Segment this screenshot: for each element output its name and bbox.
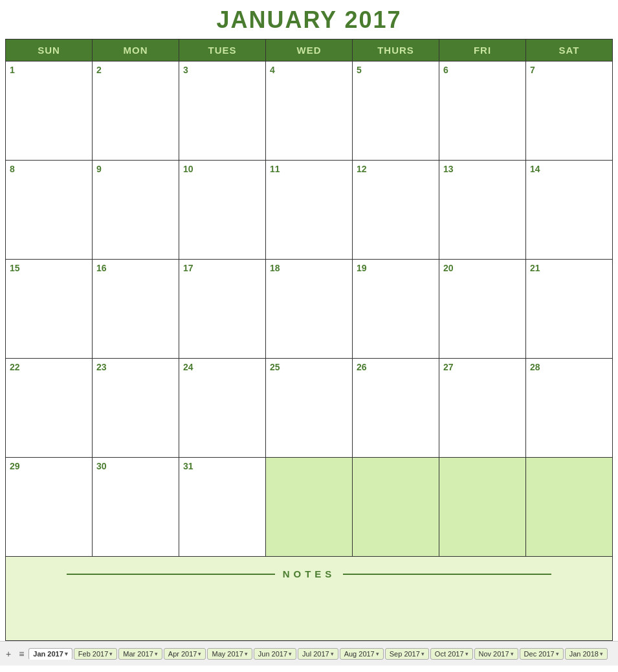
tab-label: Jun 2017 <box>258 650 287 658</box>
day-cell[interactable]: 24 <box>179 359 266 458</box>
tab-jan-2017[interactable]: Jan 2017▾ <box>28 648 72 660</box>
tab-dropdown-arrow[interactable]: ▾ <box>65 651 68 657</box>
day-cell[interactable]: 29 <box>6 458 93 557</box>
tab-jan-2018[interactable]: Jan 2018▾ <box>565 648 608 660</box>
notes-label: NOTES <box>283 568 336 579</box>
day-cell[interactable]: 5 <box>353 62 439 161</box>
calendar-grid: SUNMONTUESWEDTHURSFRISAT 123456789101112… <box>5 39 613 641</box>
day-number: 23 <box>96 362 175 372</box>
tab-dropdown-arrow[interactable]: ▾ <box>289 651 292 657</box>
day-cell[interactable]: 8 <box>6 161 93 260</box>
day-number: 3 <box>183 65 261 75</box>
notes-line-left <box>67 574 275 575</box>
tab-dropdown-arrow[interactable]: ▾ <box>155 651 158 657</box>
add-tab-button[interactable]: + <box>3 647 14 660</box>
day-number: 31 <box>183 461 261 471</box>
tab-dropdown-arrow[interactable]: ▾ <box>331 651 334 657</box>
tab-label: Oct 2017 <box>435 650 464 658</box>
day-number: 18 <box>270 263 348 273</box>
tab-mar-2017[interactable]: Mar 2017▾ <box>118 648 162 660</box>
day-number: 1 <box>10 65 88 75</box>
day-cell[interactable]: 19 <box>353 260 439 359</box>
tab-dropdown-arrow[interactable]: ▾ <box>109 651 113 657</box>
day-cell[interactable]: 10 <box>179 161 266 260</box>
tab-nov-2017[interactable]: Nov 2017▾ <box>474 648 518 660</box>
day-cell[interactable]: 25 <box>266 359 353 458</box>
day-number: 29 <box>10 461 88 471</box>
day-cell[interactable]: 9 <box>93 161 179 260</box>
tab-apr-2017[interactable]: Apr 2017▾ <box>164 648 206 660</box>
week-row-5: 293031 <box>6 458 613 557</box>
tab-jul-2017[interactable]: Jul 2017▾ <box>298 648 338 660</box>
day-cell[interactable] <box>266 458 353 557</box>
day-number: 11 <box>270 164 348 174</box>
day-cell[interactable]: 4 <box>266 62 353 161</box>
tab-jun-2017[interactable]: Jun 2017▾ <box>254 648 296 660</box>
day-cell[interactable]: 28 <box>526 359 613 458</box>
day-number: 4 <box>270 65 348 75</box>
tab-menu-button[interactable]: ≡ <box>16 647 27 660</box>
day-cell[interactable]: 18 <box>266 260 353 359</box>
day-cell[interactable]: 27 <box>439 359 526 458</box>
day-cell[interactable]: 21 <box>526 260 613 359</box>
day-cell[interactable]: 31 <box>179 458 266 557</box>
day-cell[interactable]: 14 <box>526 161 613 260</box>
tab-dropdown-arrow[interactable]: ▾ <box>511 651 514 657</box>
tab-dropdown-arrow[interactable]: ▾ <box>556 651 559 657</box>
day-cell[interactable]: 26 <box>353 359 439 458</box>
tab-label: Nov 2017 <box>479 650 509 658</box>
day-number: 21 <box>530 263 608 273</box>
tab-label: Jan 2017 <box>33 650 63 658</box>
day-number: 30 <box>96 461 175 471</box>
day-cell[interactable] <box>526 458 613 557</box>
tab-label: Mar 2017 <box>123 650 153 658</box>
day-cell[interactable]: 6 <box>439 62 526 161</box>
tab-dropdown-arrow[interactable]: ▾ <box>465 651 469 657</box>
day-cell[interactable]: 7 <box>526 62 613 161</box>
tab-label: Dec 2017 <box>524 650 555 658</box>
tab-dropdown-arrow[interactable]: ▾ <box>376 651 379 657</box>
day-cell[interactable]: 15 <box>6 260 93 359</box>
tab-aug-2017[interactable]: Aug 2017▾ <box>340 648 384 660</box>
tab-may-2017[interactable]: May 2017▾ <box>207 648 252 660</box>
day-cell[interactable] <box>353 458 439 557</box>
calendar-container: JANUARY 2017 SUNMONTUESWEDTHURSFRISAT 12… <box>0 0 618 641</box>
day-number: 12 <box>357 164 435 174</box>
tab-dropdown-arrow[interactable]: ▾ <box>198 651 201 657</box>
day-cell[interactable]: 3 <box>179 62 266 161</box>
notes-section: NOTES <box>6 557 613 641</box>
day-number: 13 <box>443 164 522 174</box>
day-header-sun: SUN <box>6 39 93 62</box>
tab-sep-2017[interactable]: Sep 2017▾ <box>385 648 429 660</box>
day-cell[interactable]: 16 <box>93 260 179 359</box>
tab-dropdown-arrow[interactable]: ▾ <box>245 651 248 657</box>
day-headers: SUNMONTUESWEDTHURSFRISAT <box>6 39 613 62</box>
day-cell[interactable]: 2 <box>93 62 179 161</box>
day-number: 25 <box>270 362 348 372</box>
day-cell[interactable]: 13 <box>439 161 526 260</box>
calendar-weeks: 1234567891011121314151617181920212223242… <box>6 62 613 557</box>
day-cell[interactable]: 23 <box>93 359 179 458</box>
day-cell[interactable]: 30 <box>93 458 179 557</box>
day-cell[interactable]: 17 <box>179 260 266 359</box>
day-cell[interactable]: 20 <box>439 260 526 359</box>
day-cell[interactable]: 1 <box>6 62 93 161</box>
day-header-tues: TUES <box>179 39 266 62</box>
week-row-3: 15161718192021 <box>6 260 613 359</box>
day-number: 20 <box>443 263 522 273</box>
tab-dec-2017[interactable]: Dec 2017▾ <box>520 648 564 660</box>
tab-label: Aug 2017 <box>344 650 375 658</box>
day-number: 22 <box>10 362 88 372</box>
tab-feb-2017[interactable]: Feb 2017▾ <box>74 648 117 660</box>
day-number: 8 <box>10 164 88 174</box>
day-cell[interactable]: 22 <box>6 359 93 458</box>
day-cell[interactable] <box>439 458 526 557</box>
day-header-wed: WED <box>266 39 353 62</box>
day-header-thurs: THURS <box>353 39 439 62</box>
tab-oct-2017[interactable]: Oct 2017▾ <box>430 648 473 660</box>
day-cell[interactable]: 12 <box>353 161 439 260</box>
tab-dropdown-arrow[interactable]: ▾ <box>600 651 603 657</box>
tab-dropdown-arrow[interactable]: ▾ <box>421 651 425 657</box>
week-row-4: 22232425262728 <box>6 359 613 458</box>
day-cell[interactable]: 11 <box>266 161 353 260</box>
